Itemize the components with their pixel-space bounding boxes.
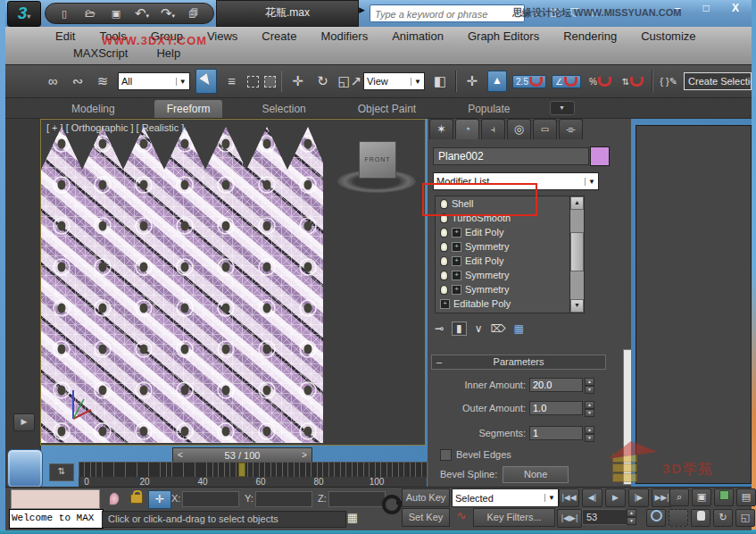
zoom-extents-all-icon[interactable]: ▤ <box>736 488 756 506</box>
key-filters-button[interactable]: Key Filters... <box>473 508 555 527</box>
spinner-snap-icon[interactable]: ⇅ <box>619 76 646 88</box>
redo-icon[interactable]: ↷▾ <box>158 2 178 25</box>
pin-stack-icon[interactable]: ⊸ <box>435 322 444 335</box>
taskbar-icon[interactable] <box>7 449 43 488</box>
select-and-scale-icon[interactable]: ◱↗ <box>337 70 358 93</box>
menu-create[interactable]: Create <box>262 29 296 43</box>
angle-snap-icon[interactable]: ∠ <box>552 75 581 88</box>
field-of-view-icon[interactable] <box>669 509 688 527</box>
select-object-icon[interactable] <box>195 69 217 94</box>
object-color-swatch[interactable] <box>590 146 610 166</box>
absolute-mode-transform-icon[interactable]: ✛ <box>148 490 171 509</box>
infocenter-search[interactable] <box>370 4 525 22</box>
ribbon-tab-selection[interactable]: Selection <box>249 100 318 118</box>
inner-amount-spinner[interactable]: ▲▼ <box>585 378 594 392</box>
isolate-grid-icon[interactable]: ▦ <box>345 511 361 526</box>
ribbon-options-icon[interactable]: ▼ <box>550 101 575 115</box>
maxscript-listener[interactable]: Welcome to MAX <box>9 509 104 529</box>
track-bar[interactable] <box>79 462 428 478</box>
zoom-extents-icon[interactable] <box>714 488 734 506</box>
bulb-icon[interactable] <box>440 285 448 295</box>
expand-icon[interactable] <box>452 256 461 266</box>
time-configuration-icon[interactable] <box>646 509 666 527</box>
bulb-icon[interactable] <box>440 256 448 266</box>
bind-to-spacewarp-icon[interactable]: ≋ <box>93 70 112 93</box>
previous-frame-arrow[interactable]: < <box>173 450 187 460</box>
outer-amount-spinner[interactable]: ▲▼ <box>585 401 594 415</box>
ribbon-tab-modeling[interactable]: Modeling <box>59 100 128 118</box>
x-coordinate-field[interactable] <box>182 491 239 507</box>
window-crossing-icon[interactable] <box>264 76 276 88</box>
select-and-manipulate-icon[interactable]: ✛ <box>462 70 482 93</box>
modifier-edit-poly[interactable]: Edit Poly <box>436 225 569 239</box>
parameters-rollout-header[interactable]: – Parameters <box>431 355 606 370</box>
percent-snap-icon[interactable]: % <box>586 76 614 88</box>
current-frame-marker[interactable] <box>238 463 245 477</box>
modifier-symmetry[interactable]: Symmetry <box>436 239 569 254</box>
z-coordinate-field[interactable] <box>328 491 386 507</box>
menu-help[interactable]: Help <box>156 46 180 60</box>
menu-graph-editors[interactable]: Graph Editors <box>468 29 539 43</box>
show-end-result-icon[interactable]: ▮ <box>452 321 467 336</box>
motion-tab-icon[interactable]: ◎ <box>507 119 531 139</box>
bulb-icon[interactable] <box>440 242 448 252</box>
time-slider-display[interactable]: 53 / 100 <box>187 450 297 461</box>
use-pivot-center-icon[interactable]: ◧ <box>430 70 450 93</box>
viewport-label[interactable]: [ + ] [ Orthographic ] [ Realistic ] <box>46 122 184 133</box>
maximize-viewport-toggle-icon[interactable]: ◱ <box>735 509 755 527</box>
select-by-name-icon[interactable]: ≡ <box>222 70 242 93</box>
close-button[interactable]: X <box>723 2 748 16</box>
save-icon[interactable]: ▣ <box>106 2 126 25</box>
next-frame-icon[interactable]: |▶ <box>628 488 649 507</box>
viewcube[interactable]: FRONT <box>336 139 421 198</box>
bulb-icon[interactable] <box>440 228 448 238</box>
selection-lock-icon[interactable] <box>130 494 143 504</box>
minimize-button[interactable]: – <box>666 2 689 16</box>
zoom-icon[interactable]: ⌕ <box>669 488 689 506</box>
selection-set-dropdown[interactable]: Selected▼ <box>452 488 559 507</box>
modify-tab-icon[interactable]: ◔ <box>455 119 479 139</box>
modifier-editable-poly[interactable]: Editable Poly <box>436 296 569 311</box>
make-unique-icon[interactable]: ∨ <box>475 322 483 335</box>
modifier-edit-poly[interactable]: Edit Poly <box>436 254 569 268</box>
unlink-selection-icon[interactable]: ∾ <box>68 70 87 93</box>
y-coordinate-field[interactable] <box>255 491 312 507</box>
ribbon-tab-freeform[interactable]: Freeform <box>154 100 223 118</box>
time-slider[interactable]: < 53 / 100 > <box>172 447 312 463</box>
create-selection-set-field[interactable]: Create Selection <box>684 72 752 90</box>
set-key-button[interactable]: Set Key <box>402 508 450 527</box>
bevel-spline-none-button[interactable]: None <box>503 466 569 483</box>
expand-icon[interactable] <box>440 299 450 309</box>
rectangular-selection-region-icon[interactable] <box>247 76 259 88</box>
menu-views[interactable]: Views <box>207 29 237 43</box>
play-icon[interactable]: ▶ <box>605 488 626 507</box>
expand-icon[interactable] <box>452 285 461 295</box>
modifier-symmetry[interactable]: Symmetry <box>436 282 569 296</box>
open-file-icon[interactable]: 🗁 <box>80 2 100 25</box>
frame-spinner[interactable]: ▲▼ <box>627 509 636 523</box>
configure-modifier-sets-icon[interactable]: ▦ <box>513 322 523 335</box>
selection-filter-dropdown[interactable]: All▼ <box>118 72 190 90</box>
remove-modifier-icon[interactable]: ⌦ <box>490 322 505 335</box>
scroll-thumb[interactable] <box>570 232 584 271</box>
expand-icon[interactable] <box>452 242 461 252</box>
display-tab-icon[interactable]: ▭ <box>533 119 557 139</box>
document-tab[interactable]: 花瓶.max <box>216 0 359 27</box>
zoom-all-icon[interactable]: ▣ <box>692 488 711 506</box>
bevel-edges-checkbox[interactable] <box>440 449 452 461</box>
go-to-start-icon[interactable]: |◀◀ <box>559 488 579 507</box>
segments-field[interactable] <box>529 426 583 440</box>
viewport[interactable]: [ + ] [ Orthographic ] [ Realistic ] FRO… <box>40 119 426 446</box>
named-selection-sets-icon[interactable]: { }✎ <box>659 70 678 93</box>
orbit-icon[interactable]: ↻ <box>713 509 733 527</box>
outer-amount-field[interactable] <box>529 401 583 415</box>
hierarchy-tab-icon[interactable]: ⫞ <box>481 119 505 139</box>
menu-rendering[interactable]: Rendering <box>563 29 617 43</box>
snap-25d-icon[interactable]: 2.5 <box>512 75 546 88</box>
stack-scrollbar[interactable]: ▲ ▼ <box>569 196 585 313</box>
application-menu-button[interactable]: 3▾ <box>7 1 41 27</box>
pan-hand-icon[interactable] <box>691 509 710 527</box>
menu-edit[interactable]: Edit <box>55 29 75 43</box>
key-mode-toggle-icon[interactable]: |◀▶| <box>557 509 582 528</box>
modifier-symmetry[interactable]: Symmetry <box>436 268 569 282</box>
